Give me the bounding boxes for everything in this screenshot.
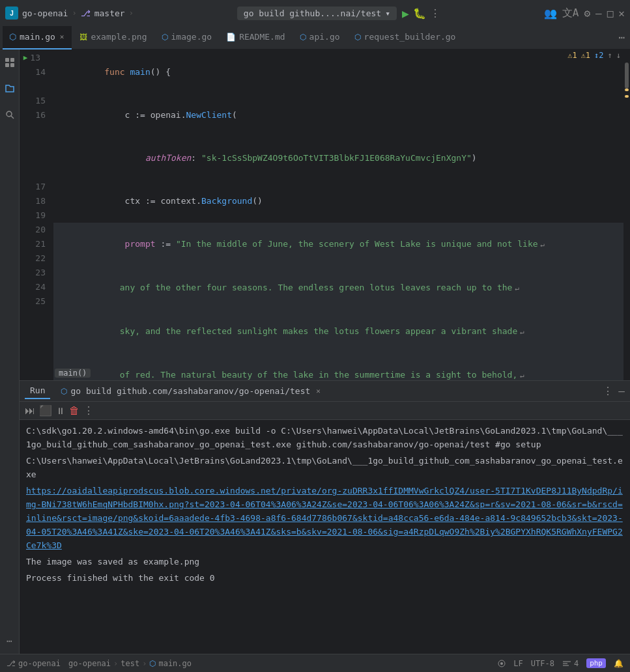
down-arrow[interactable]: ↓ <box>616 51 621 60</box>
sidebar-more-icon[interactable]: ⋯ <box>2 633 18 649</box>
status-encoding[interactable]: UTF-8 <box>531 659 554 668</box>
branch-name[interactable]: master <box>94 8 125 18</box>
php-badge[interactable]: php <box>586 658 606 668</box>
notifications-icon[interactable]: 🔔 <box>614 659 623 668</box>
run-button[interactable]: ▶ <box>402 7 409 20</box>
line-num-13: 13 <box>30 51 40 65</box>
svg-point-9 <box>500 662 503 665</box>
tab-label-main-go: main.go <box>20 32 55 42</box>
line-num-blank-4: · <box>20 151 46 165</box>
terminal-header: Run ⬡ go build github.com/sashabaranov/g… <box>20 381 630 402</box>
status-bar: ⎇ go-openai go-openai › test › ⬡ main.go… <box>0 654 630 672</box>
terminal-tab-build-icon: ⬡ <box>61 387 67 396</box>
terminal-body[interactable]: C:\sdk\go1.20.2.windows-amd64\bin\go.exe… <box>20 420 630 654</box>
line-num-15: 15 <box>20 94 46 108</box>
translate-icon[interactable]: 文A <box>562 7 579 20</box>
code-line-14b: authToken: "sk-1cSsSbpWZ4O9t6OoTtVIT3Blb… <box>53 137 623 180</box>
main-function-tag: main() <box>55 369 91 378</box>
tab-label-request-builder-go: request_builder.go <box>364 32 456 42</box>
breadcrumb-part-1[interactable]: go-openai <box>68 659 111 668</box>
tab-label-image-go: image.go <box>171 32 212 42</box>
tab-icon-example-png: 🖼 <box>79 33 87 42</box>
terminal-clear-button[interactable]: 🗑 <box>69 404 79 417</box>
terminal-pause-button[interactable]: ⏸ <box>56 406 65 416</box>
terminal-tab-build[interactable]: ⬡ go build github.com/sashabaranov/go-op… <box>55 384 325 399</box>
breadcrumb-file-icon: ⬡ <box>149 659 156 668</box>
tab-example-png[interactable]: 🖼 example.png <box>73 26 153 49</box>
status-git[interactable]: ⎇ go-openai <box>7 659 61 668</box>
sidebar-structure-icon[interactable] <box>2 55 18 70</box>
status-breadcrumb: go-openai › test › ⬡ main.go <box>68 659 192 668</box>
code-line-14: c := openai.NewClient( <box>53 94 623 137</box>
breadcrumb-sep-2: › <box>142 659 147 668</box>
terminal-rerun-button[interactable]: ⏭ <box>25 404 35 417</box>
line-num-24: 24 <box>20 280 46 294</box>
title-bar: J go-openai › ⎇ master › go build github… <box>0 0 630 26</box>
terminal-collapse-button[interactable]: – <box>618 385 625 397</box>
minimap-warning-1 <box>625 89 629 91</box>
breadcrumb-part-3[interactable]: main.go <box>158 659 192 668</box>
svg-point-6 <box>7 111 12 117</box>
tab-icon-main-go: ⬡ <box>9 32 16 42</box>
terminal-more-button[interactable]: ⋮ <box>603 385 613 397</box>
title-bar-center: go build github....nai/test ▾ ▶ 🐛 ⋮ <box>137 7 540 20</box>
line-num-19: 19 <box>20 208 46 223</box>
breadcrumb-sep-1: › <box>113 659 118 668</box>
tab-label-api-go: api.go <box>309 32 340 42</box>
run-config-chevron: ▾ <box>385 8 390 18</box>
editor-scrollbar[interactable] <box>623 49 630 380</box>
sidebar-project-icon[interactable] <box>2 81 18 96</box>
error-indicator-bar: ⚠1 ⚠1 ↕2 ↑ ↓ <box>567 51 621 60</box>
warning-badge-1: ⚠1 <box>567 51 577 60</box>
app-icon: J <box>5 7 18 20</box>
tab-indicator: 4 <box>574 659 579 668</box>
close-button[interactable]: ✕ <box>618 7 625 20</box>
tab-icon-api-go: ⬡ <box>300 33 306 42</box>
tab-label-example-png: example.png <box>91 32 147 42</box>
tab-api-go[interactable]: ⬡ api.go <box>293 26 347 49</box>
code-line-16c: sky, and the reflected sunlight makes th… <box>53 310 623 354</box>
code-content[interactable]: func main() { c := openai.NewClient( aut… <box>51 49 623 380</box>
editor-area: ⚠1 ⚠1 ↕2 ↑ ↓ ▶ 13 14 · 15 16 · · · · <box>20 49 630 654</box>
line-num-blank-2: · <box>20 122 46 137</box>
tab-icon-image-go: ⬡ <box>162 33 168 42</box>
svg-rect-2 <box>5 58 9 62</box>
image-url-link[interactable]: https://oaidalleapiprodscus.blob.core.wi… <box>26 486 623 550</box>
line-numbers: ▶ 13 14 · 15 16 · · · · 17 18 19 20 21 2… <box>20 49 51 380</box>
code-line-13: func main() { <box>53 51 623 94</box>
status-coordinates <box>498 660 506 667</box>
up-arrow[interactable]: ↑ <box>608 51 612 60</box>
warning-badge-2: ⚠1 <box>581 51 590 60</box>
terminal-tab-run[interactable]: Run <box>25 383 50 399</box>
more-run-button[interactable]: ⋮ <box>430 7 440 20</box>
tab-more-button[interactable]: ⋯ <box>613 31 630 44</box>
terminal-tab-close[interactable]: ✕ <box>316 387 321 395</box>
code-line-16: prompt := "In the middle of June, the sc… <box>53 223 623 266</box>
terminal-controls: ⋮ – <box>603 385 625 397</box>
debug-button[interactable]: 🐛 <box>413 7 426 20</box>
settings-icon[interactable]: ⚙ <box>584 7 590 20</box>
tab-readme-md[interactable]: 📄 README.md <box>220 26 291 49</box>
arrow-badge: ↕2 <box>594 51 603 60</box>
people-icon[interactable]: 👥 <box>544 7 557 20</box>
minimize-button[interactable]: – <box>595 7 602 20</box>
tab-close-main-go[interactable]: ✕ <box>59 32 66 42</box>
indent-icon <box>562 659 571 668</box>
tab-main-go[interactable]: ⬡ main.go ✕ <box>3 26 72 49</box>
svg-rect-5 <box>10 63 14 67</box>
status-indent: 4 <box>562 659 579 668</box>
project-name[interactable]: go-openai <box>22 8 68 18</box>
terminal-stop-button[interactable]: ⬛ <box>39 404 52 417</box>
terminal-more-options[interactable]: ⋮ <box>83 404 94 417</box>
sidebar-search-icon[interactable] <box>2 107 18 122</box>
line-num-22: 22 <box>20 251 46 266</box>
run-config[interactable]: go build github....nai/test ▾ <box>237 7 397 20</box>
line-num-17: 17 <box>20 180 46 194</box>
maximize-button[interactable]: □ <box>607 7 614 20</box>
tab-request-builder-go[interactable]: ⬡ request_builder.go <box>348 26 463 49</box>
tab-bar: ⬡ main.go ✕ 🖼 example.png ⬡ image.go 📄 R… <box>0 26 630 49</box>
status-lf[interactable]: LF <box>513 659 523 668</box>
tab-image-go[interactable]: ⬡ image.go <box>155 26 219 49</box>
svg-rect-4 <box>5 63 9 67</box>
breadcrumb-part-2[interactable]: test <box>121 659 139 668</box>
